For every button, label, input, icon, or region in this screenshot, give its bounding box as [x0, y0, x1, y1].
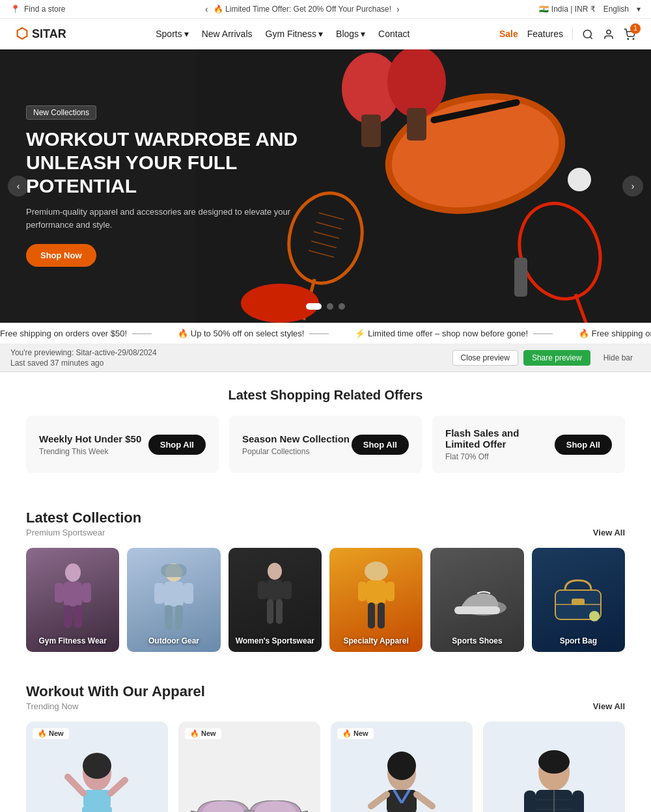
nav-new-arrivals[interactable]: New Arrivals	[202, 29, 253, 39]
top-bar-center: ‹ 🔥 Limited Time Offer: Get 20% Off Your…	[205, 4, 400, 14]
find-store-text[interactable]: Find a store	[24, 5, 65, 14]
offer-card-1-btn[interactable]: Shop All	[148, 435, 206, 455]
workout-person-3-svg	[353, 748, 450, 812]
offer-card-2-btn[interactable]: Shop All	[352, 435, 409, 455]
svg-line-60	[68, 777, 83, 793]
hero-section: New Collections WORKOUT WARDROBE ANDUNLE…	[0, 49, 651, 323]
hero-cta-button[interactable]: Shop Now	[26, 244, 96, 267]
collection-card-shoes[interactable]: Sports Shoes	[430, 548, 523, 652]
main-nav: Sports ▾ New Arrivals Gym Fitness ▾ Blog…	[156, 29, 409, 39]
svg-rect-47	[386, 582, 395, 601]
logo-icon: ⬡	[16, 25, 28, 42]
svg-rect-45	[367, 580, 386, 604]
svg-point-4	[633, 38, 634, 40]
search-button[interactable]	[582, 27, 594, 41]
top-bar-left: 📍 Find a store	[10, 5, 65, 14]
svg-rect-35	[165, 605, 173, 630]
cart-button[interactable]: 1	[624, 27, 635, 41]
collection-label-gym: Gym Fitness Wear	[26, 636, 119, 645]
nav-features[interactable]: Features	[527, 29, 563, 39]
offer-text: 🔥 Limited Time Offer: Get 20% Off Your P…	[214, 5, 391, 14]
nav-sports[interactable]: Sports ▾	[156, 29, 188, 39]
shoes-illustration	[448, 580, 506, 619]
svg-line-75	[417, 794, 432, 806]
svg-rect-49	[378, 602, 385, 629]
account-button[interactable]	[603, 27, 615, 41]
svg-point-80	[538, 750, 570, 774]
svg-line-61	[111, 780, 125, 793]
svg-rect-10	[361, 115, 381, 147]
ticker-content: Free shipping on orders over $50! 🔥 Up t…	[0, 329, 651, 338]
workout-badge-2: 🔥 New	[185, 728, 221, 739]
svg-point-70	[387, 751, 416, 780]
nav-new-arrivals-label: New Arrivals	[202, 29, 253, 39]
offer-card-3-subtitle: Flat 70% Off	[445, 452, 555, 461]
hero-prev-button[interactable]: ‹	[8, 176, 29, 196]
collection-card-gym[interactable]: Gym Fitness Wear	[26, 548, 119, 652]
preview-last-saved: Last saved 37 minutes ago	[10, 359, 157, 368]
svg-point-24	[568, 168, 591, 191]
close-preview-button[interactable]: Close preview	[452, 350, 518, 366]
svg-rect-23	[514, 258, 527, 297]
svg-rect-59	[83, 790, 111, 808]
workout-person-1-svg	[48, 748, 146, 812]
collection-label-shoes: Sports Shoes	[430, 636, 523, 645]
offer-prev-btn[interactable]: ‹	[205, 4, 208, 14]
ticker-item-1: Free shipping on orders over $50!	[0, 329, 152, 338]
hero-dot-2[interactable]	[327, 303, 333, 310]
nav-blogs[interactable]: Blogs ▾	[336, 29, 365, 39]
ticker-item-4: 🔥 Free shipping on orders over $50!	[579, 329, 651, 338]
workout-card-4[interactable]	[483, 722, 625, 812]
offer-card-3-btn[interactable]: Shop All	[555, 435, 612, 455]
header-actions: Sale Features 1	[499, 27, 635, 41]
ticker-item-2: 🔥 Up to 50% off on select styles!	[178, 329, 329, 338]
top-bar: 📍 Find a store ‹ 🔥 Limited Time Offer: G…	[0, 0, 651, 19]
svg-rect-64	[82, 806, 112, 812]
collection-card-women[interactable]: Women's Sportswear	[229, 548, 322, 652]
svg-point-25	[65, 563, 81, 582]
svg-rect-86	[524, 791, 536, 812]
language-selector[interactable]: English	[603, 5, 629, 14]
workout-view-all[interactable]: View All	[593, 701, 625, 711]
collection-card-outdoor[interactable]: Outdoor Gear	[127, 548, 220, 652]
outdoor-figure	[148, 561, 200, 639]
hero-description: Premium-quality apparel and accessories …	[26, 206, 299, 231]
offer-card-3: Flash Sales and Limited Offer Flat 70% O…	[432, 416, 625, 473]
workout-card-3[interactable]: 🔥 New	[331, 722, 473, 812]
user-icon	[603, 29, 615, 40]
offer-card-1-text: Weekly Hot Under $50 Trending This Week	[39, 433, 141, 456]
hero-dot-3[interactable]	[339, 303, 345, 310]
svg-rect-12	[407, 108, 426, 141]
nav-gym-fitness[interactable]: Gym Fitness ▾	[266, 29, 324, 39]
nav-contact[interactable]: Contact	[378, 29, 409, 39]
svg-rect-51	[454, 606, 500, 614]
hero-dot-1[interactable]	[306, 303, 322, 310]
workout-card-2[interactable]: 🔥 New	[178, 722, 320, 812]
svg-point-0	[583, 30, 591, 38]
collection-card-bag[interactable]: Sport Bag	[532, 548, 625, 652]
svg-rect-41	[283, 581, 292, 599]
offer-next-btn[interactable]: ›	[396, 4, 400, 14]
top-bar-right: 🇮🇳 India | INR ₹ English ▾	[539, 5, 641, 14]
preview-text: You're previewing: Sitar-active-29/08/20…	[10, 348, 157, 357]
collection-label-bag: Sport Bag	[532, 636, 625, 645]
share-preview-button[interactable]: Share preview	[523, 350, 590, 366]
hide-bar-button[interactable]: Hide bar	[596, 351, 641, 365]
svg-rect-46	[358, 582, 367, 601]
svg-rect-26	[64, 582, 82, 606]
nav-contact-label: Contact	[378, 29, 409, 39]
hero-next-button[interactable]: ›	[622, 176, 643, 196]
svg-line-1	[590, 36, 592, 38]
latest-collection-view-all[interactable]: View All	[593, 528, 625, 537]
svg-rect-36	[175, 605, 183, 630]
logo[interactable]: ⬡ SITAR	[16, 25, 66, 42]
svg-point-56	[589, 611, 600, 621]
svg-rect-37	[161, 564, 187, 577]
svg-point-58	[83, 753, 111, 779]
workout-card-1[interactable]: 🔥 New	[26, 722, 168, 812]
svg-rect-32	[164, 582, 184, 606]
nav-sports-chevron: ▾	[184, 29, 189, 39]
collection-card-specialty[interactable]: Specialty Apparel	[329, 548, 422, 652]
svg-rect-39	[267, 580, 283, 601]
nav-sale[interactable]: Sale	[499, 29, 518, 39]
